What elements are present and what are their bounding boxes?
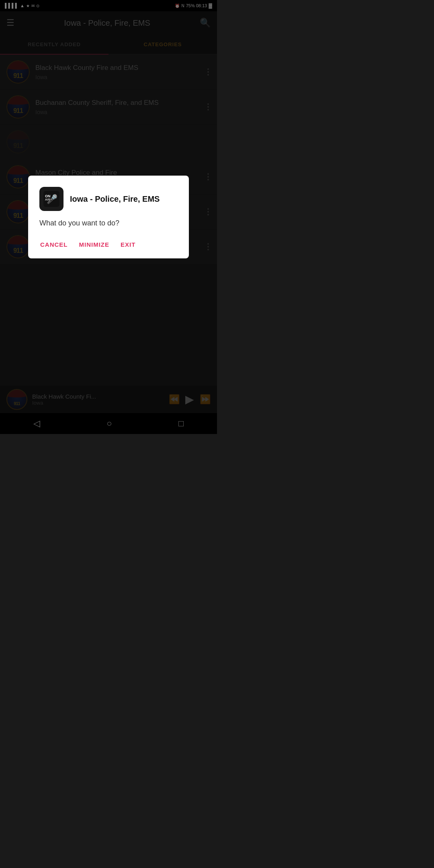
dialog-message: What do you want to do?	[39, 219, 178, 227]
svg-text:AIR: AIR	[45, 198, 51, 201]
dialog-app-icon: 🎤 ON AIR	[39, 187, 63, 211]
dialog-actions: CANCEL MINIMIZE EXIT	[39, 239, 178, 250]
overlay: 🎤 ON AIR Iowa - Police, Fire, EMS What d…	[0, 0, 217, 434]
exit-button[interactable]: EXIT	[120, 239, 136, 250]
mic-icon: 🎤 ON AIR	[43, 191, 59, 207]
cancel-button[interactable]: CANCEL	[39, 239, 69, 250]
dialog-title: Iowa - Police, Fire, EMS	[70, 194, 160, 204]
dialog-header: 🎤 ON AIR Iowa - Police, Fire, EMS	[39, 187, 178, 211]
dialog: 🎤 ON AIR Iowa - Police, Fire, EMS What d…	[28, 176, 189, 258]
minimize-button[interactable]: MINIMIZE	[78, 239, 111, 250]
